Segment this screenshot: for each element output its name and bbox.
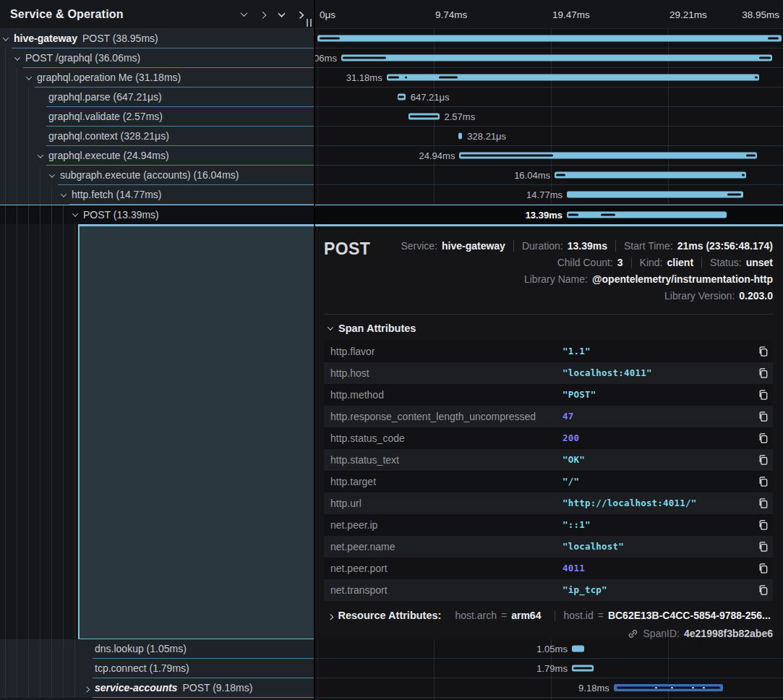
span-tree-row[interactable]: graphql.validate (2.57ms) (0, 107, 314, 127)
span-timeline-row[interactable]: 14.77ms (315, 185, 783, 205)
child-span-mark (755, 77, 758, 79)
resource-attribute-value: BC62E13B-C4CC-5854-9788-256... (608, 610, 771, 621)
span-tree-row[interactable]: dns.lookup (1.05ms) (0, 639, 314, 659)
span-duration-label: 328.21μs (467, 131, 506, 142)
span-timeline-row[interactable]: 1.79ms (315, 659, 783, 678)
span-timeline-row[interactable]: 38.95ms (315, 29, 783, 48)
span-toggle[interactable] (81, 639, 93, 659)
resource-attributes-row[interactable]: Resource Attributes: host.arch=arm64host… (324, 610, 773, 621)
span-tree-row[interactable]: hive-gateway POST (38.95ms) (0, 29, 314, 48)
tree-rows-top: hive-gateway POST (38.95ms) POST /graphq… (0, 29, 314, 224)
span-tree-row[interactable]: http.fetch (14.77ms) (0, 185, 314, 205)
indent-guides (0, 68, 23, 88)
span-toggle[interactable] (0, 29, 12, 48)
meta-value: @opentelemetry/instrumentation-http (592, 273, 773, 285)
span-tree-row[interactable]: graphql.parse (647.21μs) (0, 88, 314, 107)
copy-icon[interactable] (753, 454, 773, 466)
chevron-down-icon[interactable] (234, 5, 253, 24)
span-tree-row[interactable]: POST (13.39ms) (0, 205, 314, 224)
meta-item: Library Name:@opentelemetry/instrumentat… (516, 273, 773, 285)
copy-icon[interactable] (753, 346, 773, 357)
attribute-value: 200 (562, 432, 753, 443)
span-timeline-row[interactable]: 647.21μs (315, 88, 783, 107)
axis-tick-label: 38.95ms (742, 9, 779, 20)
attribute-value: "ip_tcp" (562, 584, 753, 595)
span-tree-row[interactable]: graphql.operation Me (31.18ms) (0, 68, 314, 88)
copy-icon[interactable] (753, 389, 773, 401)
span-toggle[interactable] (23, 68, 35, 88)
meta-label: Service: (401, 240, 437, 252)
span-tree-row[interactable]: graphql.context (328.21μs) (0, 127, 314, 146)
span-duration-label: 24.94ms (419, 150, 455, 161)
span-bar[interactable] (572, 646, 584, 652)
span-toggle[interactable] (81, 659, 93, 678)
span-tree-row[interactable]: subgraph.execute (accounts) (16.04ms) (0, 166, 314, 185)
chevron-right-icon[interactable] (253, 5, 272, 24)
child-span-mark (573, 667, 592, 670)
meta-value: unset (746, 257, 773, 268)
copy-icon[interactable] (753, 541, 773, 552)
attribute-row: http.flavor "1.1" (324, 341, 773, 362)
copy-icon[interactable] (753, 367, 773, 379)
span-toggle[interactable] (35, 88, 46, 107)
axis-tick-label: 29.21ms (669, 9, 707, 20)
span-bar[interactable] (317, 35, 782, 42)
copy-icon[interactable] (753, 432, 773, 444)
meta-line: Child Count:3Kind:clientStatus:unset (549, 255, 773, 270)
indent-guides (0, 127, 35, 146)
span-timeline-row[interactable]: 13.39ms (315, 205, 783, 224)
pane-resize-handle[interactable] (307, 19, 312, 27)
span-bar[interactable] (458, 133, 462, 140)
copy-icon[interactable] (753, 584, 773, 596)
span-name-duration: graphql.validate (2.57ms) (48, 111, 163, 122)
span-tree-row[interactable]: POST /graphql (36.06ms) (0, 48, 314, 68)
meta-value: client (667, 257, 693, 268)
span-toggle[interactable] (35, 107, 46, 127)
span-detail-header: POST Service:hive-gatewayDuration:13.39m… (324, 234, 773, 304)
selected-span-detail-backdrop (78, 224, 314, 639)
span-toggle[interactable] (35, 127, 46, 146)
span-name-duration: POST (38.95ms) (82, 33, 158, 44)
copy-icon[interactable] (753, 411, 773, 422)
meta-item: Library Version:0.203.0 (656, 290, 773, 302)
span-timeline-row[interactable]: 1.05ms (315, 639, 783, 659)
span-name-duration: dns.lookup (1.05ms) (95, 643, 187, 654)
span-timeline-row[interactable]: 328.21μs (315, 127, 783, 146)
copy-icon[interactable] (753, 519, 773, 531)
span-toggle[interactable] (46, 166, 58, 185)
span-toggle[interactable] (58, 185, 69, 205)
attribute-row: http.url "http://localhost:4011/" (324, 492, 773, 514)
span-timeline-row[interactable]: 16.04ms (315, 166, 783, 185)
span-toggle[interactable] (12, 48, 23, 68)
span-name-duration: POST (9.18ms) (182, 682, 252, 693)
span-timeline-row[interactable]: 9.18ms (315, 678, 783, 698)
span-timeline-row[interactable]: 2.57ms (315, 107, 783, 127)
copy-icon[interactable] (753, 563, 773, 574)
double-chevron-down-icon[interactable] (272, 5, 291, 24)
span-name-duration: graphql.context (328.21μs) (48, 130, 169, 142)
span-toggle[interactable] (35, 146, 46, 166)
span-bar[interactable] (555, 172, 746, 179)
copy-icon[interactable] (753, 476, 773, 487)
span-timeline-row[interactable]: 24.94ms (315, 146, 783, 166)
copy-icon[interactable] (753, 498, 773, 509)
meta-item: Start Time:21ms (23:56:48.174) (615, 240, 773, 252)
attribute-value: 4011 (562, 563, 753, 573)
span-bar[interactable] (341, 55, 772, 61)
span-bar[interactable] (567, 192, 743, 198)
attribute-row: http.target "/" (324, 471, 773, 492)
span-tree-row[interactable]: graphql.execute (24.94ms) (0, 146, 314, 166)
span-timeline-row[interactable]: 36.06ms (315, 48, 783, 68)
child-span-mark (556, 174, 565, 176)
span-id-row: SpanID: 4e21998f3b82abe6 (324, 628, 773, 639)
child-span-mark (398, 96, 404, 98)
span-bar[interactable] (567, 212, 727, 218)
span-attributes-header[interactable]: Span Attributes (324, 315, 773, 341)
span-timeline-row[interactable]: 31.18ms (315, 68, 783, 88)
span-tree-row[interactable]: tcp.connect (1.79ms) (0, 659, 314, 678)
span-toggle[interactable] (69, 205, 81, 224)
attribute-value: 47 (562, 411, 753, 422)
attribute-value: "OK" (562, 454, 753, 465)
span-toggle[interactable] (81, 678, 93, 698)
span-tree-row[interactable]: service-accounts POST (9.18ms) (0, 678, 314, 698)
